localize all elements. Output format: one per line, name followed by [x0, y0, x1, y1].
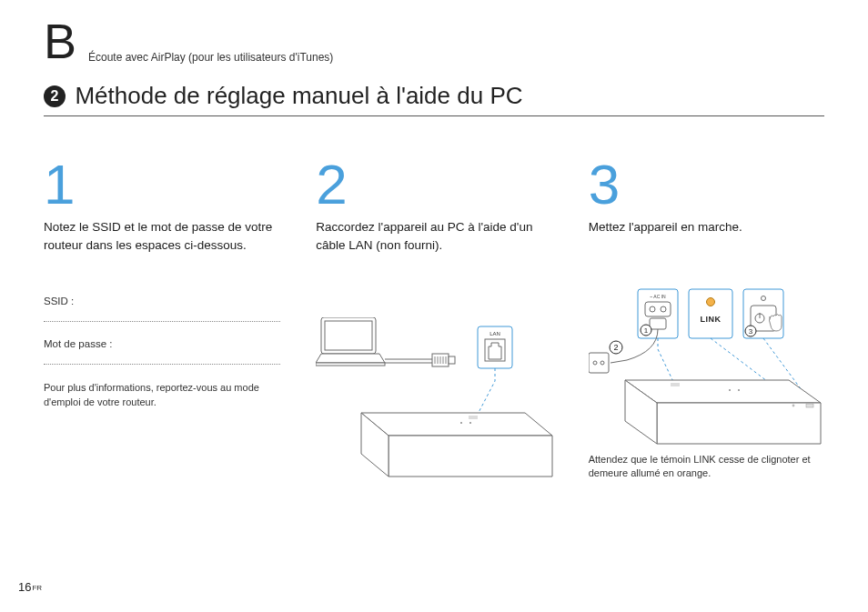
svg-rect-3: [316, 363, 385, 366]
password-label: Mot de passe :: [44, 338, 290, 349]
callout-2-icon: 2: [610, 341, 622, 354]
step-2-illustration: LAN: [316, 317, 562, 490]
section-letter: B: [44, 13, 76, 69]
svg-marker-42: [657, 403, 821, 444]
svg-point-45: [738, 389, 740, 391]
svg-marker-13: [361, 413, 552, 436]
manual-page: B Écoute avec AirPlay (pour les utilisat…: [0, 0, 868, 612]
ssid-label: SSID :: [44, 296, 290, 306]
svg-rect-18: [469, 416, 478, 419]
ac-in-label: ~ AC IN: [650, 294, 666, 299]
svg-point-17: [469, 422, 471, 424]
svg-rect-19: [589, 353, 609, 373]
svg-rect-1: [325, 321, 372, 350]
title-row: 2 Méthode de réglage manuel à l'aide du …: [44, 82, 824, 116]
speaker-device-icon: [625, 380, 821, 444]
svg-marker-2: [316, 354, 385, 363]
step-1-text: Notez le SSID et le mot de passe de votr…: [44, 218, 290, 254]
svg-marker-14: [389, 436, 552, 477]
router-manual-note: Pour plus d'informations, reportez-vous …: [44, 381, 280, 409]
svg-marker-41: [625, 380, 821, 403]
svg-rect-5: [449, 356, 455, 364]
svg-point-47: [792, 404, 794, 406]
svg-point-27: [661, 306, 666, 312]
wall-socket-icon: [589, 353, 609, 373]
laptop-icon: [316, 317, 385, 366]
power-button-panel-icon: I / 3: [743, 289, 783, 338]
step-2-text: Raccordez l'appareil au PC à l'aide d'un…: [316, 218, 562, 254]
page-lang: FR: [32, 584, 42, 592]
step-3-number: 3: [589, 156, 835, 213]
section-subtitle: Écoute avec AirPlay (pour les utilisateu…: [88, 51, 333, 64]
svg-rect-28: [650, 318, 666, 329]
svg-rect-31: [689, 289, 732, 338]
svg-point-34: [761, 296, 765, 300]
svg-point-44: [729, 389, 731, 391]
lan-cable-plug-icon: [432, 354, 455, 366]
svg-point-32: [706, 297, 714, 306]
step-2: 2 Raccordez l'appareil au PC à l'aide d'…: [316, 156, 562, 490]
title-text: Méthode de réglage manuel à l'aide du PC: [75, 82, 522, 109]
lan-label: LAN: [490, 331, 500, 336]
svg-rect-48: [806, 404, 813, 407]
svg-rect-46: [671, 383, 680, 386]
password-input-line[interactable]: [44, 364, 280, 365]
lan-port-panel-icon: LAN: [478, 326, 512, 368]
step-3-text: Mettez l'appareil en marche.: [589, 218, 835, 236]
page-number-value: 16: [18, 580, 31, 594]
link-panel-icon: LINK: [689, 289, 732, 338]
svg-text:2: 2: [613, 343, 618, 352]
speaker-device-icon: [361, 413, 552, 477]
page-number: 16FR: [18, 580, 42, 594]
svg-text:3: 3: [748, 327, 752, 336]
title-step-badge: 2: [44, 85, 66, 107]
svg-text:1: 1: [643, 326, 648, 335]
step-1-number: 1: [44, 156, 290, 213]
ssid-input-line[interactable]: [44, 321, 280, 322]
svg-point-26: [650, 306, 655, 312]
svg-point-16: [460, 422, 462, 424]
step-3-illustration: 2 ~ AC IN: [589, 280, 835, 453]
step-1: 1 Notez le SSID et le mot de passe de vo…: [44, 156, 290, 490]
steps-columns: 1 Notez le SSID et le mot de passe de vo…: [44, 156, 835, 490]
step-2-number: 2: [316, 156, 562, 213]
svg-rect-25: [645, 302, 671, 316]
link-indicator-label: LINK: [700, 315, 721, 324]
step-3: 3 Mettez l'appareil en marche.: [589, 156, 835, 490]
